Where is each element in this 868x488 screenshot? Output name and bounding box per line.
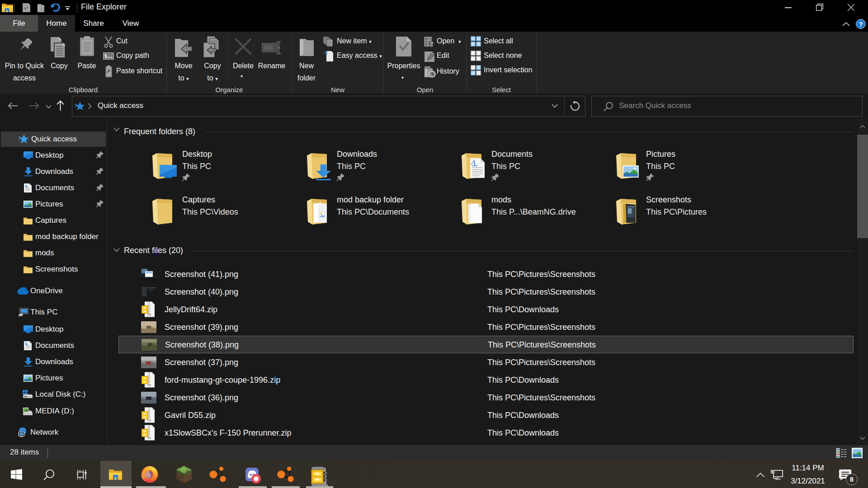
svg-text:A: A	[471, 159, 476, 166]
